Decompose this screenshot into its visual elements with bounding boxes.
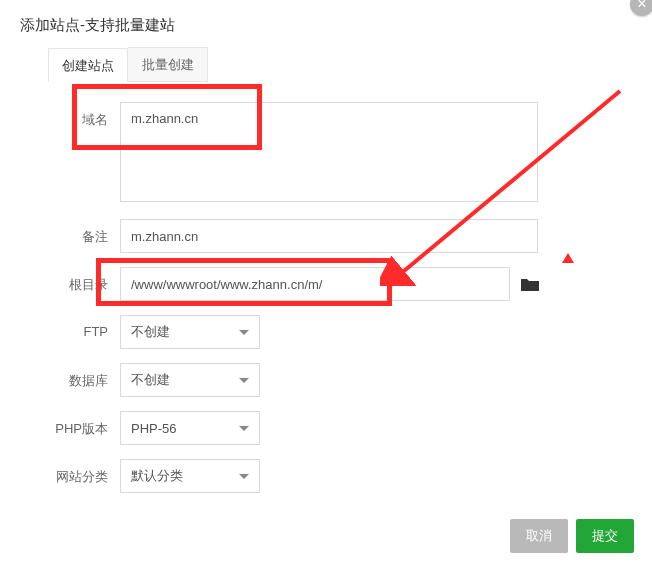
label-database: 数据库 xyxy=(48,363,120,390)
remark-input[interactable] xyxy=(120,219,538,253)
chevron-down-icon xyxy=(239,426,249,431)
submit-button[interactable]: 提交 xyxy=(576,519,634,553)
ftp-select-value: 不创建 xyxy=(131,323,170,341)
label-domain: 域名 xyxy=(48,102,120,129)
label-remark: 备注 xyxy=(48,219,120,246)
database-select[interactable]: 不创建 xyxy=(120,363,260,397)
php-select-value: PHP-56 xyxy=(131,421,177,436)
label-php: PHP版本 xyxy=(48,411,120,438)
database-select-value: 不创建 xyxy=(131,371,170,389)
add-site-dialog: × 添加站点-支持批量建站 创建站点 批量创建 域名 m.zhann.cn 备注… xyxy=(0,0,652,567)
dialog-footer: 取消 提交 xyxy=(510,519,634,553)
validation-marker-icon xyxy=(562,253,574,263)
chevron-down-icon xyxy=(239,378,249,383)
category-select[interactable]: 默认分类 xyxy=(120,459,260,493)
label-ftp: FTP xyxy=(48,315,120,339)
tab-create-site[interactable]: 创建站点 xyxy=(48,48,128,82)
cancel-button[interactable]: 取消 xyxy=(510,519,568,553)
chevron-down-icon xyxy=(239,330,249,335)
php-select[interactable]: PHP-56 xyxy=(120,411,260,445)
domain-input[interactable]: m.zhann.cn xyxy=(120,102,538,202)
ftp-select[interactable]: 不创建 xyxy=(120,315,260,349)
folder-icon[interactable] xyxy=(516,267,544,301)
tabs: 创建站点 批量创建 xyxy=(48,47,208,82)
label-rootdir: 根目录 xyxy=(48,267,120,294)
rootdir-input[interactable] xyxy=(120,267,510,301)
label-category: 网站分类 xyxy=(48,459,120,486)
tab-batch-create[interactable]: 批量创建 xyxy=(128,47,208,81)
category-select-value: 默认分类 xyxy=(131,467,183,485)
chevron-down-icon xyxy=(239,474,249,479)
dialog-title: 添加站点-支持批量建站 xyxy=(0,0,652,47)
